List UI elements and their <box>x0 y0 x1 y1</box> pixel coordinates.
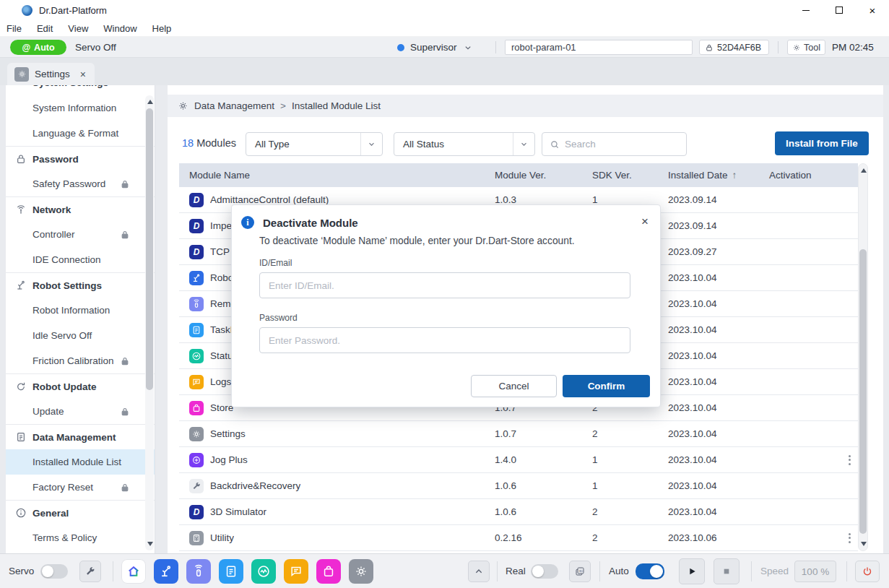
menu-help[interactable]: Help <box>152 23 172 34</box>
tool-button[interactable]: Tool <box>787 40 825 55</box>
column-installed-date[interactable]: Installed Date↑ <box>668 170 769 181</box>
play-button[interactable] <box>679 558 705 584</box>
sidebar-item-ide-connection[interactable]: IDE Connection <box>6 247 155 272</box>
menu-file[interactable]: File <box>6 23 22 34</box>
password-field[interactable] <box>259 327 630 353</box>
status-icon <box>189 349 204 363</box>
sidebar-item-robot-settings[interactable]: Robot Settings <box>6 272 155 298</box>
settings-sidebar: System Settings System Information Langu… <box>6 85 155 553</box>
breadcrumb-section[interactable]: Data Management <box>194 100 274 111</box>
sidebar-item-factory-reset[interactable]: Factory Reset <box>6 475 155 500</box>
app-status-icon[interactable] <box>251 559 276 584</box>
sidebar-item-installed-module-list[interactable]: Installed Module List <box>6 449 155 475</box>
status-filter-select[interactable]: All Status <box>394 132 535 156</box>
sort-ascending-icon[interactable]: ↑ <box>732 170 737 181</box>
row-menu-icon[interactable] <box>849 455 851 465</box>
type-filter-select[interactable]: All Type <box>246 132 383 156</box>
app-logo-icon <box>22 5 32 16</box>
scrollbar-thumb[interactable] <box>859 249 867 534</box>
menu-window[interactable]: Window <box>103 23 136 34</box>
sidebar-item-controller[interactable]: Controller <box>6 222 155 247</box>
search-field[interactable] <box>542 132 687 156</box>
sidebar-item-language-format[interactable]: Language & Format <box>6 121 155 146</box>
3d-view-button[interactable]: 3D <box>569 561 591 582</box>
power-button[interactable] <box>855 561 880 582</box>
install-from-file-button[interactable]: Install from File <box>775 131 869 155</box>
confirm-button[interactable]: Confirm <box>563 375 650 397</box>
sidebar-item-data-management[interactable]: Data Management <box>6 424 155 449</box>
app-robot-icon[interactable] <box>154 559 178 584</box>
minimize-button[interactable] <box>789 0 823 20</box>
dialog-title: Deactivate Module <box>263 217 358 229</box>
scroll-up-icon[interactable] <box>147 100 153 104</box>
lock-icon <box>120 179 130 189</box>
column-module-name[interactable]: Module Name <box>189 170 495 181</box>
tab-settings[interactable]: Settings × <box>7 63 95 85</box>
servo-toggle[interactable] <box>40 564 68 579</box>
table-row[interactable]: Backdrive&Recovery 1.0.612023.10.04 <box>179 473 858 499</box>
id-email-field[interactable] <box>259 272 630 298</box>
table-row[interactable]: D3D Simulator 1.0.622023.10.04 <box>179 499 858 525</box>
collapse-up-button[interactable] <box>468 561 490 582</box>
sidebar-item-system-settings[interactable]: System Settings <box>6 85 155 95</box>
speed-value[interactable]: 100 % <box>794 561 836 582</box>
sidebar-item-general[interactable]: General <box>6 500 155 525</box>
role-selector[interactable]: Supervisor <box>397 40 473 55</box>
scroll-up-icon[interactable] <box>861 168 867 173</box>
breadcrumb: Data Management > Installed Module List <box>168 95 883 117</box>
scroll-down-icon[interactable] <box>861 542 867 546</box>
table-row[interactable]: Utility 0.2.1622023.10.06 <box>179 525 858 551</box>
column-module-ver[interactable]: Module Ver. <box>495 170 592 181</box>
sidebar-item-robot-information[interactable]: Robot Information <box>6 298 155 323</box>
sidebar-item-idle-servo-off[interactable]: Idle Servo Off <box>6 323 155 348</box>
sidebar-item-network[interactable]: Network <box>6 196 155 222</box>
network-icon <box>15 204 27 215</box>
robot-serial-badge[interactable]: 52D4AF6B <box>699 40 769 55</box>
sidebar-item-system-information[interactable]: System Information <box>6 95 155 121</box>
app-store-icon[interactable] <box>316 559 341 584</box>
search-input[interactable] <box>565 139 673 150</box>
stop-button[interactable] <box>714 558 740 584</box>
row-menu-icon[interactable] <box>849 533 851 543</box>
remote-icon <box>189 297 204 311</box>
dialog-close-icon[interactable]: × <box>641 215 649 229</box>
maximize-button[interactable] <box>823 0 856 20</box>
menu-bar: File Edit View Window Help <box>0 20 889 37</box>
tab-close-icon[interactable]: × <box>80 69 86 80</box>
app-logs-icon[interactable] <box>284 559 308 584</box>
app-home-icon[interactable] <box>121 559 146 584</box>
scroll-down-icon[interactable] <box>147 542 153 546</box>
real-toggle[interactable] <box>531 564 558 579</box>
3d-view-icon: 3D <box>574 566 586 577</box>
table-row[interactable]: Settings 1.0.722023.10.04 <box>179 421 858 447</box>
wrench-button[interactable] <box>79 561 101 582</box>
info-icon: i <box>241 216 254 229</box>
sidebar-item-robot-update[interactable]: Robot Update <box>6 373 155 399</box>
app-settings-icon[interactable] <box>349 559 373 584</box>
menu-view[interactable]: View <box>68 23 88 34</box>
sidebar-scrollbar[interactable] <box>145 95 154 550</box>
table-scrollbar[interactable] <box>858 163 868 551</box>
chevron-down-icon <box>513 133 534 155</box>
column-sdk-ver[interactable]: SDK Ver. <box>592 170 668 181</box>
close-button[interactable]: × <box>856 0 889 20</box>
sidebar-item-password[interactable]: Password <box>6 146 155 171</box>
sidebar-item-safety-password[interactable]: Safety Password <box>6 171 155 196</box>
sidebar-item-friction-calibration[interactable]: Friction Calibration <box>6 348 155 373</box>
role-status-dot <box>397 44 404 51</box>
dart-d-icon: D <box>189 193 204 207</box>
sidebar-item-update[interactable]: Update <box>6 399 155 424</box>
param-set-input[interactable] <box>505 40 693 55</box>
servo-state-text: Servo Off <box>75 42 116 53</box>
chevron-up-icon <box>473 566 485 577</box>
auto-toggle[interactable] <box>636 563 664 579</box>
scrollbar-thumb[interactable] <box>146 108 153 390</box>
app-remote-icon[interactable] <box>186 559 211 584</box>
menu-edit[interactable]: Edit <box>37 23 53 34</box>
sidebar-item-terms-policy[interactable]: Terms & Policy <box>6 525 155 550</box>
column-activation[interactable]: Activation <box>769 170 841 181</box>
table-row[interactable]: Jog Plus 1.4.012023.10.04 <box>179 447 858 473</box>
lock-icon <box>120 483 130 493</box>
app-task-editor-icon[interactable] <box>219 559 243 584</box>
cancel-button[interactable]: Cancel <box>471 375 557 397</box>
